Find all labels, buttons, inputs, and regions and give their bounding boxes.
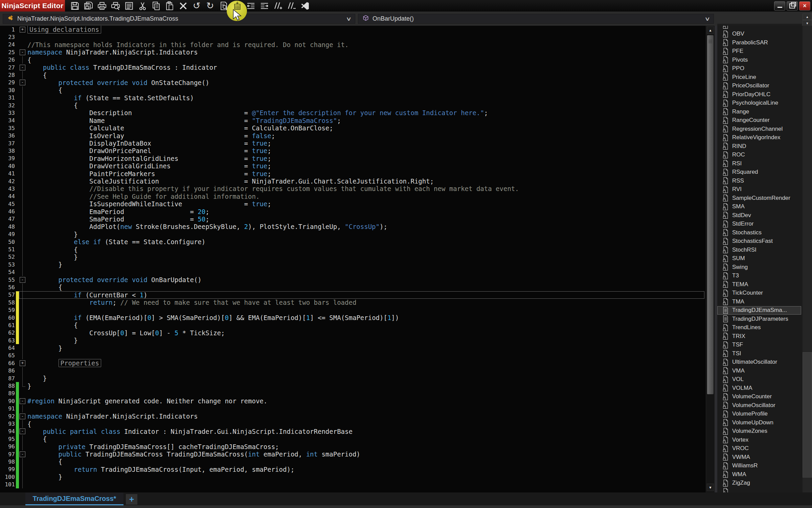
undo-button[interactable]: ↺ — [190, 0, 203, 12]
save-all-button[interactable] — [82, 0, 95, 12]
new-tab-button[interactable]: + — [126, 494, 137, 505]
explorer-item-volumecounter[interactable]: VolumeCounter — [717, 393, 801, 401]
code-line[interactable]: 58 return; // We need to make sure that … — [0, 299, 706, 306]
code-line[interactable]: 94- public partial class Indicator : Nin… — [0, 428, 706, 435]
print-preview-button[interactable] — [109, 0, 122, 12]
explorer-item-swing[interactable]: Swing — [717, 263, 801, 272]
panel-splitter[interactable] — [715, 26, 717, 492]
explorer-item-rind[interactable]: RIND — [717, 142, 801, 151]
code-line[interactable]: 86 — [0, 367, 706, 375]
code-line[interactable]: 24//This namespace holds Indicators in t… — [0, 41, 706, 48]
delete-button[interactable] — [176, 0, 190, 12]
explorer-item-psychologicalline[interactable]: PsychologicalLine — [717, 99, 801, 108]
uncomment-selection-button[interactable] — [285, 0, 298, 12]
code-line[interactable]: 90-#region NinjaScript generated code. N… — [0, 397, 706, 405]
restore-button[interactable] — [787, 1, 798, 10]
close-button[interactable]: × — [799, 1, 810, 10]
code-line[interactable]: 56 { — [0, 283, 706, 291]
explorer-item-roc[interactable]: ROC — [717, 151, 801, 160]
fold-toggle[interactable]: - — [20, 451, 25, 457]
code-line[interactable]: 43 //Disable this property if your indic… — [0, 185, 706, 192]
explorer-item-obv[interactable]: OBV — [717, 30, 801, 39]
explorer-item-stochasticsfast[interactable]: StochasticsFast — [717, 237, 801, 246]
explorer-item-volumeupdown[interactable]: VolumeUpDown — [717, 418, 801, 427]
explorer-item-volma[interactable]: VOLMA — [717, 384, 801, 393]
explorer-item-ppo[interactable]: PPO — [717, 64, 801, 73]
explorer-item-trix[interactable]: TRIX — [717, 332, 801, 341]
explorer-item-stddev[interactable]: StdDev — [717, 211, 801, 220]
code-line[interactable]: 30 { — [0, 86, 706, 94]
code-line[interactable]: 50 else if (State == State.Configure) — [0, 238, 706, 246]
code-line[interactable]: 29- protected override void OnStateChang… — [0, 79, 706, 86]
scroll-down-button[interactable]: ▼ — [707, 484, 714, 491]
code-line[interactable]: 64 } — [0, 344, 706, 352]
code-line[interactable]: 92-namespace NinjaTrader.NinjaScript.Ind… — [0, 412, 706, 420]
code-line[interactable]: 89 — [0, 390, 706, 397]
code-line[interactable]: 54 — [0, 269, 706, 276]
code-line[interactable]: 46 EmaPeriod = 20; — [0, 208, 706, 215]
code-line[interactable]: 25-namespace NinjaTrader.NinjaScript.Ind… — [0, 48, 706, 56]
code-line[interactable]: 32 { — [0, 102, 706, 109]
explorer-item-vroc[interactable]: VROC — [717, 444, 801, 453]
explorer-item-rsi[interactable]: RSI — [717, 159, 801, 168]
explorer-item-tickcounter[interactable]: TickCounter — [717, 289, 801, 298]
explorer-item-rsquared[interactable]: RSquared — [717, 168, 801, 177]
code-line[interactable]: 41 PaintPriceMarkers = true; — [0, 170, 706, 177]
explorer-item-priceline[interactable]: PriceLine — [717, 73, 801, 82]
code-line[interactable]: 26{ — [0, 56, 706, 64]
explorer-item-volumeoscillator[interactable]: VolumeOscillator — [717, 401, 801, 410]
code-line[interactable]: 87 } — [0, 375, 706, 382]
explorer-item[interactable] — [717, 26, 801, 30]
explorer-item-relativevigorindex[interactable]: RelativeVigorIndex — [717, 133, 801, 142]
fold-toggle[interactable]: - — [20, 414, 25, 419]
scroll-up-button[interactable]: ▲ — [707, 26, 714, 34]
explorer-item-rss[interactable]: RSS — [717, 176, 801, 185]
minimize-button[interactable] — [774, 1, 785, 10]
explorer-item-pfe[interactable]: PFE — [717, 47, 801, 56]
explorer-item-pivots[interactable]: Pivots — [717, 56, 801, 64]
code-line[interactable]: 53 } — [0, 261, 706, 268]
explorer-scroll-up-button[interactable]: ▲ — [803, 14, 812, 20]
paste-button[interactable] — [163, 0, 176, 12]
code-line[interactable]: 23 — [0, 33, 706, 41]
code-line[interactable]: 100 } — [0, 473, 706, 481]
redo-button[interactable]: ↻ — [203, 0, 217, 12]
code-line[interactable]: 57 if (CurrentBar < 1) — [0, 291, 706, 299]
code-line[interactable]: 42 ScaleJustification = NinjaTrader.Gui.… — [0, 177, 706, 185]
explorer-item-vma[interactable]: VMA — [717, 366, 801, 375]
code-editor[interactable]: 1+Using declarations2324//This namespace… — [0, 26, 706, 492]
explorer-item-priordayohlc[interactable]: PriorDayOHLC — [717, 90, 801, 99]
explorer-item-tsf[interactable]: TSF — [717, 341, 801, 350]
code-line[interactable]: 60 if (EMA(EmaPeriod)[0] > SMA(SmaPeriod… — [0, 314, 706, 321]
code-line[interactable]: 37 DisplayInDataBox = true; — [0, 140, 706, 147]
tab-tradingdjemasmacross[interactable]: TradingDJEmaSmaCross* — [25, 493, 123, 505]
unindent-button[interactable] — [244, 0, 257, 12]
code-line[interactable]: 99 return TradingDJEmaSmaCross(Input, em… — [0, 466, 706, 473]
class-selector-dropdown[interactable]: NinjaTrader.NinjaScript.Indicators.Tradi… — [3, 14, 355, 24]
explorer-item-rvi[interactable]: RVI — [717, 185, 801, 194]
code-line[interactable]: 95 { — [0, 435, 706, 443]
fold-toggle[interactable]: - — [20, 277, 25, 283]
explorer-item-williamsr[interactable]: WilliamsR — [717, 462, 801, 470]
code-line[interactable]: 33 Description = @"Enter the description… — [0, 109, 706, 117]
explorer-item-tradingdjparameters[interactable]: TradingDJParameters — [717, 315, 801, 323]
explorer-item-stochastics[interactable]: Stochastics — [717, 228, 801, 237]
explorer-item-volumeprofile[interactable]: VolumeProfile — [717, 410, 801, 419]
open-in-visual-studio-button[interactable] — [298, 0, 312, 12]
comment-selection-button[interactable] — [271, 0, 285, 12]
code-templates-button[interactable] — [122, 0, 136, 12]
fold-toggle[interactable]: - — [20, 65, 25, 70]
explorer-item-tma[interactable]: TMA — [717, 297, 801, 306]
explorer-item-priceoscillator[interactable]: PriceOscillator — [717, 82, 801, 90]
code-line[interactable]: 65 — [0, 352, 706, 359]
code-line[interactable]: 66+ Properties — [0, 359, 706, 367]
explorer-item-range[interactable]: Range — [717, 107, 801, 116]
code-line[interactable]: 61 { — [0, 321, 706, 329]
fold-toggle[interactable]: - — [20, 49, 25, 55]
code-line[interactable]: 38 DrawOnPricePanel = true; — [0, 147, 706, 154]
explorer-item-stderror[interactable]: StdError — [717, 220, 801, 229]
explorer-item-wma[interactable]: WMA — [717, 470, 801, 479]
explorer-item-parabolicsar[interactable]: ParabolicSAR — [717, 38, 801, 47]
cut-button[interactable] — [136, 0, 149, 12]
editor-scrollbar[interactable]: ▲ ▼ — [706, 26, 715, 492]
